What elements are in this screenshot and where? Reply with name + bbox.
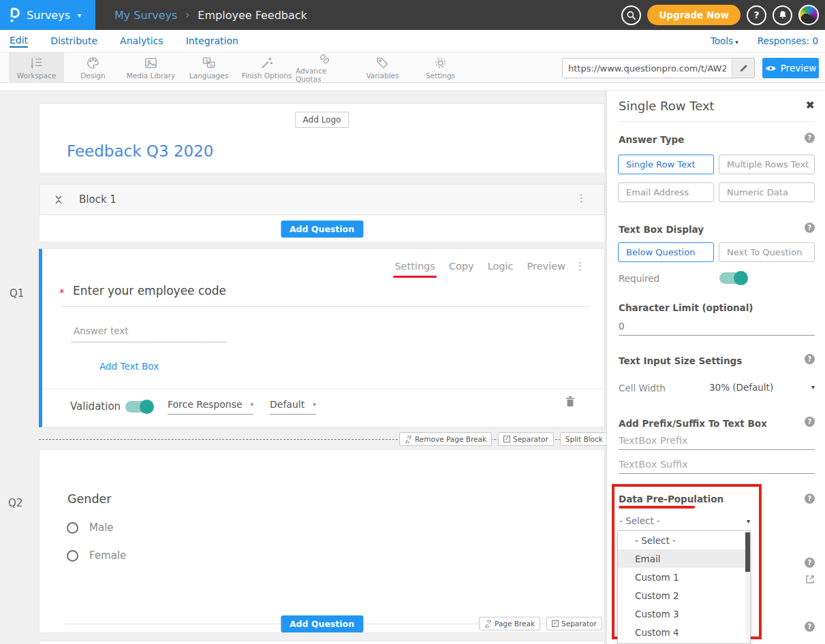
toggle-knob [140, 400, 154, 414]
answer-text-placeholder[interactable]: Answer text [74, 325, 129, 336]
palette-icon [86, 56, 100, 70]
toolbar-item-media-library[interactable]: Media Library [122, 52, 180, 83]
text-box-display-help-icon[interactable]: ? [805, 223, 815, 233]
dropdown-option-email[interactable]: Email [618, 549, 750, 568]
breadcrumb-my-surveys[interactable]: My Surveys [114, 9, 177, 22]
block-header: Block 1 ⋮ [39, 184, 605, 215]
display-below-question[interactable]: Below Question [618, 242, 714, 262]
toolbar-item-variables[interactable]: Variables [354, 52, 411, 83]
display-next-to-question[interactable]: Next To Question [719, 242, 815, 262]
hidden-section-help-icon[interactable]: ? [805, 558, 815, 568]
panel-title: Single Row Text [619, 99, 715, 113]
tab-distribute[interactable]: Distribute [50, 35, 97, 46]
question-action-tabs: Settings Copy Logic Preview [394, 261, 565, 272]
dropdown-option-select[interactable]: - Select - [618, 531, 750, 549]
force-response-dropdown[interactable]: Force Response ▾ [168, 399, 253, 415]
text-input-size-help-icon[interactable]: ? [805, 354, 815, 364]
notifications-button[interactable] [773, 5, 792, 25]
product-switcher[interactable]: Surveys ▾ [0, 0, 95, 30]
character-limit-input[interactable] [619, 321, 815, 336]
question-card-q1[interactable]: Settings Copy Logic Preview ⋮ * Enter yo… [39, 248, 605, 428]
answer-type-multiple-rows[interactable]: Multiple Rows Text [719, 155, 815, 174]
data-pre-population-dropdown: - Select - Email Custom 1 Custom 2 Custo… [617, 530, 751, 644]
delete-question-button[interactable] [565, 396, 575, 410]
chevron-down-icon: ▾ [78, 12, 81, 19]
remove-page-break-button[interactable]: Remove Page Break [399, 432, 492, 446]
toolbar-item-settings[interactable]: Settings [411, 52, 469, 83]
page-break-button[interactable]: Page Break [479, 617, 540, 630]
answer-type-numeric[interactable]: Numeric Data [719, 182, 815, 202]
top-bar-actions: Upgrade Now ? [621, 5, 819, 25]
textbox-suffix-input[interactable] [619, 459, 815, 474]
radio-option-male[interactable]: Male [67, 521, 114, 534]
answer-type-email[interactable]: Email Address [618, 182, 714, 202]
data-pre-population-help-icon[interactable]: ? [805, 494, 815, 504]
prefix-suffix-help-icon[interactable]: ? [805, 417, 815, 427]
scrollbar-thumb[interactable] [745, 532, 750, 572]
data-pre-population-select[interactable]: - Select - [619, 515, 660, 526]
page-break-controls: Remove Page Break ✓ Separator Split Bloc… [399, 432, 608, 446]
tab-integration[interactable]: Integration [186, 35, 238, 46]
radio-option-female[interactable]: Female [67, 549, 126, 562]
cell-width-value: 30% (Default) [709, 382, 773, 393]
search-button[interactable] [621, 5, 641, 25]
survey-title[interactable]: Feedback Q3 2020 [67, 142, 213, 160]
question-tab-settings[interactable]: Settings [394, 261, 435, 272]
question-tab-preview[interactable]: Preview [527, 261, 565, 272]
answer-type-single-row[interactable]: Single Row Text [618, 155, 714, 174]
textbox-prefix-input[interactable] [619, 435, 815, 450]
question-text-q1[interactable]: Enter your employee code [73, 284, 226, 297]
dropdown-option-custom2[interactable]: Custom 2 [618, 586, 750, 605]
validation-toggle[interactable] [125, 401, 153, 413]
user-avatar[interactable] [798, 5, 819, 25]
tools-menu[interactable]: Tools▾ [711, 35, 738, 46]
tab-edit[interactable]: Edit [10, 35, 28, 48]
block-options-menu-icon[interactable]: ⋮ [576, 193, 587, 204]
question-tab-copy[interactable]: Copy [449, 261, 474, 272]
split-block-button[interactable]: Split Block [560, 432, 608, 446]
toolbar-item-finish-options[interactable]: Finish Options [238, 52, 296, 83]
dropdown-scrollbar[interactable] [745, 531, 750, 643]
toolbar-item-languages[interactable]: äA Languages [180, 52, 238, 83]
checkbox-checked-icon: ✓ [503, 436, 510, 442]
question-card-q2[interactable]: Gender Male Female Add Question Page Bre… [39, 449, 605, 633]
edit-url-button[interactable] [732, 59, 754, 78]
collapse-block-icon[interactable] [55, 193, 63, 206]
radio-option-label: Male [89, 521, 114, 534]
pencil-icon [739, 64, 748, 73]
cell-width-dropdown-icon[interactable]: ▾ [811, 383, 815, 391]
select-dropdown-icon[interactable]: ▾ [747, 517, 750, 525]
add-text-box-link[interactable]: Add Text Box [99, 361, 159, 372]
add-question-button-bottom[interactable]: Add Question [281, 615, 363, 632]
upgrade-now-button[interactable]: Upgrade Now [647, 5, 741, 25]
tab-analytics[interactable]: Analytics [120, 35, 164, 46]
toolbar-item-advance-quotas[interactable]: Advance Quotas [296, 52, 354, 83]
default-validation-dropdown[interactable]: Default ▾ [270, 399, 316, 415]
add-question-button-top[interactable]: Add Question [281, 221, 363, 238]
question-options-menu-icon[interactable]: ⋮ [575, 261, 585, 272]
help-button[interactable]: ? [747, 5, 766, 25]
survey-url-field[interactable] [563, 59, 732, 78]
external-link-icon[interactable] [805, 574, 815, 585]
dropdown-option-custom1[interactable]: Custom 1 [618, 568, 750, 586]
hidden-section-help-icon[interactable]: ? [805, 622, 815, 632]
close-icon[interactable]: ✖ [806, 99, 815, 112]
answer-type-help-icon[interactable]: ? [805, 133, 815, 143]
toolbar-item-design[interactable]: Design [64, 52, 122, 83]
answer-type-heading: Answer Type [619, 134, 684, 145]
dropdown-option-custom4[interactable]: Custom 4 [618, 623, 750, 641]
required-toggle[interactable] [719, 272, 747, 284]
dropdown-option-custom3[interactable]: Custom 3 [618, 605, 750, 623]
preview-button[interactable]: Preview [762, 58, 819, 78]
question-text-q2[interactable]: Gender [67, 492, 112, 506]
separator-button[interactable]: ✓ Separator [546, 617, 602, 630]
top-bar: Surveys ▾ My Surveys › Employee Feedback… [0, 0, 825, 30]
required-label: Required [619, 273, 659, 284]
block-title[interactable]: Block 1 [79, 193, 116, 206]
question-tab-logic[interactable]: Logic [488, 261, 514, 272]
separator-button[interactable]: ✓ Separator [498, 432, 554, 446]
magic-wand-icon [260, 56, 274, 70]
responses-count[interactable]: Responses: 0 [758, 35, 818, 46]
add-logo-button[interactable]: Add Logo [295, 112, 349, 128]
toolbar-item-workspace[interactable]: Workspace [9, 52, 64, 83]
